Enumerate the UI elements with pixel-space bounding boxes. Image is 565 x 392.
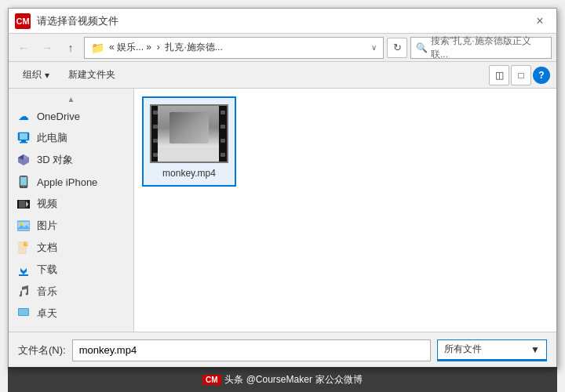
- filetype-label: 所有文件: [444, 343, 482, 356]
- video-thumbnail: [150, 104, 228, 163]
- filetype-dropdown[interactable]: 所有文件 ▼: [437, 339, 547, 361]
- sidebar-item-onedrive[interactable]: ☁ OneDrive: [9, 105, 133, 127]
- folder-icon: 📁: [91, 42, 104, 54]
- file-area[interactable]: monkey.mp4: [134, 89, 556, 332]
- back-button[interactable]: ←: [13, 38, 34, 58]
- sidebar-label-images: 图片: [37, 219, 57, 233]
- watermark-bar: CM 头条 @CourseMaker 家公众微博: [8, 367, 557, 392]
- filename-value: monkey.mp4: [79, 344, 137, 356]
- filename-input[interactable]: monkey.mp4: [72, 339, 431, 361]
- svg-rect-15: [28, 200, 30, 209]
- sidebar-item-video[interactable]: 视频: [9, 193, 133, 215]
- sidebar-item-images[interactable]: 图片: [9, 215, 133, 237]
- forward-button[interactable]: →: [37, 38, 57, 58]
- film-strip-right: [219, 106, 227, 162]
- svg-rect-1: [20, 133, 27, 140]
- svg-rect-14: [17, 200, 19, 209]
- music-folder-icon: [16, 285, 31, 299]
- downloads-folder-icon: [16, 263, 31, 277]
- sidebar-label-documents: 文档: [37, 241, 57, 255]
- sidebar-item-downloads[interactable]: 下载: [9, 259, 133, 281]
- sidebar-item-this-pc[interactable]: 此电脑: [9, 127, 133, 149]
- help-button[interactable]: ?: [533, 67, 550, 84]
- svg-rect-16: [17, 221, 30, 230]
- svg-marker-24: [20, 265, 27, 274]
- sidebar-label-3d-objects: 3D 对象: [37, 153, 73, 167]
- watermark-logo: CM: [202, 375, 221, 385]
- search-box[interactable]: 🔍 搜索"扎克·施奈德版正义联...: [410, 37, 552, 59]
- file-name-label: monkey.mp4: [162, 168, 216, 179]
- computer-icon: [16, 131, 31, 145]
- sidebar-item-desktop[interactable]: 卓天: [9, 303, 133, 325]
- sidebar: ▲ ☁ OneDrive 此电脑: [9, 89, 134, 332]
- desktop-icon: [16, 307, 31, 321]
- address-path-text: « 娱乐... » › 扎克·施奈德...: [109, 41, 368, 54]
- cloud-icon: ☁: [16, 109, 31, 123]
- title-bar: CM 请选择音视频文件 ×: [9, 9, 556, 34]
- app-logo-icon: CM: [15, 13, 31, 29]
- video-folder-icon: [16, 197, 31, 211]
- search-input-text: 搜索"扎克·施奈德版正义联...: [431, 34, 546, 61]
- address-chevron-icon: ∨: [371, 43, 377, 52]
- address-input[interactable]: 📁 « 娱乐... » › 扎克·施奈德... ∨: [84, 37, 384, 59]
- sidebar-item-music[interactable]: 音乐: [9, 281, 133, 303]
- sidebar-label-onedrive: OneDrive: [37, 111, 80, 122]
- filename-label: 文件名(N):: [18, 343, 66, 358]
- svg-rect-2: [21, 140, 26, 142]
- organize-label: 组织: [23, 68, 42, 82]
- bottom-bar: 文件名(N): monkey.mp4 所有文件 ▼: [9, 332, 556, 368]
- sidebar-item-3d-objects[interactable]: 3D 对象: [9, 149, 133, 171]
- sidebar-label-downloads: 下载: [37, 263, 57, 277]
- sidebar-label-apple-iphone: Apple iPhone: [37, 176, 97, 188]
- filetype-chevron-icon: ▼: [530, 344, 540, 355]
- search-icon: 🔍: [416, 42, 428, 53]
- svg-rect-3: [20, 142, 27, 143]
- new-folder-label: 新建文件夹: [68, 68, 115, 82]
- threed-icon: [16, 153, 31, 167]
- organize-button[interactable]: 组织 ▾: [15, 65, 57, 85]
- iphone-icon: [16, 175, 31, 189]
- view-toggle-button[interactable]: ◫: [489, 65, 509, 85]
- file-item-monkey[interactable]: monkey.mp4: [142, 96, 236, 187]
- images-folder-icon: [16, 219, 31, 233]
- organize-chevron: ▾: [45, 70, 49, 81]
- new-folder-button[interactable]: 新建文件夹: [60, 65, 123, 85]
- sidebar-label-video: 视频: [37, 197, 57, 211]
- dialog-window: CM 请选择音视频文件 × ← → ↑ 📁 « 娱乐... » › 扎克·施奈德…: [8, 8, 557, 368]
- documents-folder-icon: [16, 241, 31, 255]
- svg-rect-8: [20, 177, 27, 186]
- up-button[interactable]: ↑: [60, 38, 81, 58]
- address-bar: ← → ↑ 📁 « 娱乐... » › 扎克·施奈德... ∨ ↻ 🔍 搜索"扎…: [9, 34, 556, 62]
- svg-point-9: [23, 186, 24, 187]
- toolbar: 组织 ▾ 新建文件夹 ◫ □ ?: [9, 62, 556, 89]
- content-area: ▲ ☁ OneDrive 此电脑: [9, 89, 556, 332]
- sidebar-label-music: 音乐: [37, 285, 57, 299]
- scroll-up-indicator: ▲: [9, 93, 133, 105]
- sidebar-label-desktop: 卓天: [37, 307, 57, 321]
- toolbar-right-icons: ◫ □ ?: [489, 65, 550, 85]
- close-button[interactable]: ×: [530, 11, 550, 31]
- svg-rect-12: [18, 201, 25, 208]
- sidebar-item-documents[interactable]: 文档: [9, 237, 133, 259]
- refresh-button[interactable]: ↻: [387, 38, 407, 58]
- video-scene: [158, 104, 221, 163]
- sidebar-item-apple-iphone[interactable]: Apple iPhone: [9, 171, 133, 193]
- pane-toggle-button[interactable]: □: [511, 65, 531, 85]
- svg-rect-10: [22, 176, 25, 177]
- watermark-text2: 家公众微博: [315, 373, 363, 387]
- svg-rect-27: [19, 309, 28, 315]
- sidebar-label-this-pc: 此电脑: [37, 131, 67, 145]
- watermark-text1: 头条: [224, 373, 243, 387]
- dialog-title: 请选择音视频文件: [37, 14, 530, 28]
- watermark-at: @CourseMaker: [246, 374, 312, 385]
- svg-rect-25: [19, 274, 28, 276]
